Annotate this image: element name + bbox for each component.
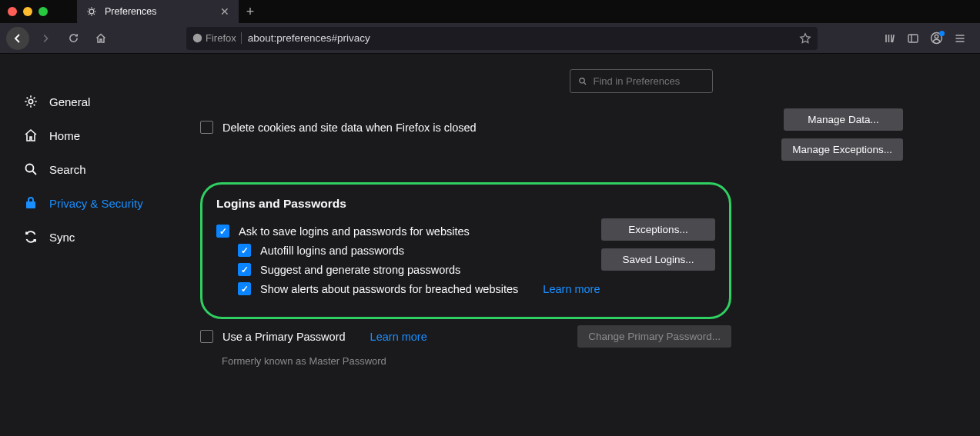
find-in-preferences[interactable] [570, 69, 713, 93]
browser-tab[interactable]: Preferences ✕ [77, 0, 239, 23]
search-icon [23, 161, 38, 177]
sidebar-item-privacy[interactable]: Privacy & Security [23, 186, 185, 220]
maximize-window-button[interactable] [38, 7, 48, 16]
login-exceptions-button[interactable]: Exceptions... [601, 218, 715, 241]
ask-save-logins-label: Ask to save logins and passwords for web… [239, 225, 470, 238]
url-text: about:preferences#privacy [248, 32, 370, 44]
primary-password-label: Use a Primary Password [222, 331, 346, 343]
manage-data-button[interactable]: Manage Data... [784, 108, 903, 131]
bookmark-star-icon[interactable] [799, 32, 811, 45]
url-bar[interactable]: Firefox about:preferences#privacy [186, 27, 818, 50]
sidebar-item-home[interactable]: Home [23, 118, 185, 152]
sidebar-item-label: General [49, 95, 90, 108]
preferences-content: General Home Search Privacy & Security S… [0, 54, 980, 436]
manage-exceptions-button[interactable]: Manage Exceptions... [781, 138, 903, 161]
primary-learn-more-link[interactable]: Learn more [370, 331, 427, 343]
delete-cookies-label: Delete cookies and site data when Firefo… [222, 121, 477, 134]
svg-rect-2 [908, 35, 918, 42]
sidebar-item-label: Privacy & Security [49, 197, 143, 210]
tab-title: Preferences [105, 6, 156, 17]
svg-point-1 [193, 34, 202, 42]
ask-save-logins-checkbox[interactable] [216, 225, 229, 238]
svg-point-7 [580, 78, 584, 83]
new-tab-button[interactable]: + [239, 0, 262, 23]
library-icon[interactable] [884, 32, 896, 45]
autofill-label: Autofill logins and passwords [260, 245, 404, 257]
identity-label: Firefox [206, 32, 236, 44]
sidebar-item-label: Sync [49, 231, 75, 244]
sidebar-item-label: Home [49, 129, 80, 142]
close-tab-button[interactable]: ✕ [220, 5, 229, 18]
account-icon[interactable] [930, 32, 943, 45]
svg-point-4 [935, 35, 938, 38]
search-icon [578, 76, 587, 86]
primary-password-checkbox[interactable] [200, 330, 213, 343]
sidebar-item-label: Search [49, 163, 86, 176]
reload-button[interactable] [62, 27, 85, 50]
sidebar-item-search[interactable]: Search [23, 152, 185, 186]
change-primary-password-button: Change Primary Password... [577, 325, 731, 348]
home-button[interactable] [89, 27, 112, 50]
tab-favicon [86, 6, 97, 17]
delete-cookies-checkbox[interactable] [200, 121, 213, 134]
logins-passwords-section: Logins and Passwords Ask to save logins … [200, 182, 731, 319]
category-sidebar: General Home Search Privacy & Security S… [0, 54, 185, 436]
svg-point-0 [89, 9, 94, 14]
sidebar-item-sync[interactable]: Sync [23, 220, 185, 254]
sidebar-item-general[interactable]: General [23, 85, 185, 118]
suggest-passwords-checkbox[interactable] [238, 263, 251, 276]
find-input[interactable] [593, 75, 704, 87]
home-icon [23, 128, 38, 143]
close-window-button[interactable] [8, 7, 17, 16]
gear-icon [23, 94, 38, 109]
breach-alerts-label: Show alerts about passwords for breached… [260, 283, 518, 295]
primary-password-hint: Formerly known as Master Password [222, 355, 949, 367]
breach-learn-more-link[interactable]: Learn more [543, 283, 600, 295]
svg-point-6 [26, 165, 34, 172]
back-button[interactable] [6, 27, 29, 50]
section-heading: Logins and Passwords [216, 197, 715, 211]
breach-alerts-checkbox[interactable] [238, 282, 251, 295]
identity-box[interactable]: Firefox [192, 32, 242, 44]
sync-icon [23, 229, 38, 245]
nav-toolbar: Firefox about:preferences#privacy [0, 23, 980, 54]
tab-strip: Preferences ✕ + [0, 0, 980, 23]
main-panel: Delete cookies and site data when Firefo… [185, 54, 980, 436]
minimize-window-button[interactable] [23, 7, 32, 16]
autofill-checkbox[interactable] [238, 244, 251, 257]
suggest-passwords-label: Suggest and generate strong passwords [260, 264, 460, 276]
window-controls [0, 0, 77, 23]
lock-icon [23, 195, 38, 211]
svg-point-5 [28, 99, 32, 103]
saved-logins-button[interactable]: Saved Logins... [601, 248, 715, 271]
sidebar-toggle-icon[interactable] [907, 32, 919, 45]
menu-button[interactable] [954, 32, 966, 45]
forward-button[interactable] [34, 27, 57, 50]
